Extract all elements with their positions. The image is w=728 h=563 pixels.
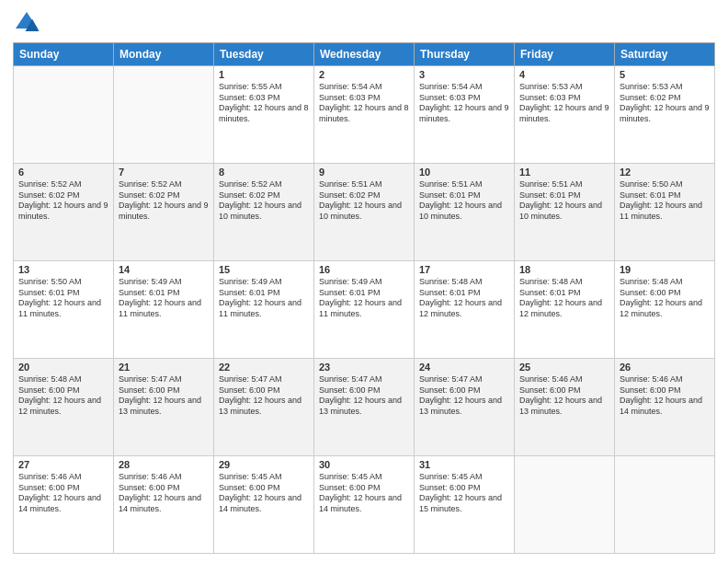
- calendar-cell: 19Sunrise: 5:48 AM Sunset: 6:00 PM Dayli…: [615, 261, 715, 359]
- day-number: 16: [319, 264, 409, 275]
- day-number: 9: [319, 167, 409, 178]
- day-number: 27: [18, 459, 108, 470]
- day-info: Sunrise: 5:45 AM Sunset: 6:00 PM Dayligh…: [219, 472, 309, 515]
- day-number: 19: [620, 264, 710, 275]
- day-number: 13: [18, 264, 108, 275]
- day-info: Sunrise: 5:47 AM Sunset: 6:00 PM Dayligh…: [219, 374, 309, 418]
- day-number: 5: [620, 69, 710, 80]
- calendar-cell: 18Sunrise: 5:48 AM Sunset: 6:01 PM Dayli…: [515, 261, 615, 359]
- day-number: 23: [319, 362, 409, 373]
- day-info: Sunrise: 5:48 AM Sunset: 6:00 PM Dayligh…: [620, 277, 710, 320]
- day-number: 18: [519, 264, 609, 275]
- calendar-cell: 21Sunrise: 5:47 AM Sunset: 6:00 PM Dayli…: [114, 359, 214, 456]
- calendar-cell: 17Sunrise: 5:48 AM Sunset: 6:01 PM Dayli…: [415, 261, 515, 359]
- calendar-cell: 28Sunrise: 5:46 AM Sunset: 6:00 PM Dayli…: [114, 456, 214, 554]
- day-info: Sunrise: 5:51 AM Sunset: 6:01 PM Dayligh…: [519, 179, 609, 223]
- calendar-cell: 30Sunrise: 5:45 AM Sunset: 6:00 PM Dayli…: [314, 456, 415, 554]
- day-info: Sunrise: 5:54 AM Sunset: 6:03 PM Dayligh…: [419, 82, 509, 125]
- day-number: 30: [319, 459, 409, 470]
- day-info: Sunrise: 5:54 AM Sunset: 6:03 PM Dayligh…: [319, 82, 409, 125]
- page-header: [13, 9, 715, 37]
- col-header-thursday: Thursday: [415, 43, 515, 66]
- day-info: Sunrise: 5:53 AM Sunset: 6:02 PM Dayligh…: [620, 82, 710, 125]
- col-header-saturday: Saturday: [615, 43, 715, 66]
- day-info: Sunrise: 5:51 AM Sunset: 6:02 PM Dayligh…: [319, 179, 409, 223]
- day-info: Sunrise: 5:46 AM Sunset: 6:00 PM Dayligh…: [620, 374, 710, 418]
- calendar-cell: 7Sunrise: 5:52 AM Sunset: 6:02 PM Daylig…: [114, 164, 214, 261]
- day-number: 15: [219, 264, 309, 275]
- calendar-table: SundayMondayTuesdayWednesdayThursdayFrid…: [13, 42, 715, 554]
- day-info: Sunrise: 5:49 AM Sunset: 6:01 PM Dayligh…: [219, 277, 309, 320]
- day-info: Sunrise: 5:50 AM Sunset: 6:01 PM Dayligh…: [620, 179, 710, 223]
- day-number: 10: [419, 167, 509, 178]
- calendar-cell: 31Sunrise: 5:45 AM Sunset: 6:00 PM Dayli…: [415, 456, 515, 554]
- col-header-monday: Monday: [114, 43, 214, 66]
- calendar-cell: 16Sunrise: 5:49 AM Sunset: 6:01 PM Dayli…: [314, 261, 415, 359]
- day-info: Sunrise: 5:48 AM Sunset: 6:00 PM Dayligh…: [18, 374, 108, 418]
- calendar-cell: [515, 456, 615, 554]
- day-number: 1: [219, 69, 309, 80]
- calendar-cell: 26Sunrise: 5:46 AM Sunset: 6:00 PM Dayli…: [615, 359, 715, 456]
- day-number: 12: [620, 167, 710, 178]
- day-number: 14: [119, 264, 209, 275]
- day-info: Sunrise: 5:46 AM Sunset: 6:00 PM Dayligh…: [519, 374, 609, 418]
- calendar-cell: 11Sunrise: 5:51 AM Sunset: 6:01 PM Dayli…: [515, 164, 615, 261]
- calendar-cell: 24Sunrise: 5:47 AM Sunset: 6:00 PM Dayli…: [415, 359, 515, 456]
- calendar-week-row: 27Sunrise: 5:46 AM Sunset: 6:00 PM Dayli…: [14, 456, 715, 554]
- calendar-cell: 14Sunrise: 5:49 AM Sunset: 6:01 PM Dayli…: [114, 261, 214, 359]
- calendar-cell: [114, 66, 214, 164]
- calendar-header-row: SundayMondayTuesdayWednesdayThursdayFrid…: [14, 43, 715, 66]
- day-info: Sunrise: 5:55 AM Sunset: 6:03 PM Dayligh…: [219, 82, 309, 125]
- day-number: 11: [519, 167, 609, 178]
- calendar-cell: 1Sunrise: 5:55 AM Sunset: 6:03 PM Daylig…: [214, 66, 314, 164]
- col-header-friday: Friday: [515, 43, 615, 66]
- col-header-wednesday: Wednesday: [314, 43, 415, 66]
- logo-icon: [13, 9, 40, 37]
- calendar-cell: 2Sunrise: 5:54 AM Sunset: 6:03 PM Daylig…: [314, 66, 415, 164]
- day-number: 26: [620, 362, 710, 373]
- calendar-cell: 13Sunrise: 5:50 AM Sunset: 6:01 PM Dayli…: [14, 261, 114, 359]
- day-number: 25: [519, 362, 609, 373]
- day-number: 31: [419, 459, 509, 470]
- calendar-cell: 22Sunrise: 5:47 AM Sunset: 6:00 PM Dayli…: [214, 359, 314, 456]
- day-info: Sunrise: 5:49 AM Sunset: 6:01 PM Dayligh…: [319, 277, 409, 320]
- calendar-cell: 29Sunrise: 5:45 AM Sunset: 6:00 PM Dayli…: [214, 456, 314, 554]
- day-info: Sunrise: 5:46 AM Sunset: 6:00 PM Dayligh…: [18, 472, 108, 515]
- day-number: 3: [419, 69, 509, 80]
- calendar-cell: 12Sunrise: 5:50 AM Sunset: 6:01 PM Dayli…: [615, 164, 715, 261]
- day-number: 6: [18, 167, 108, 178]
- day-number: 20: [18, 362, 108, 373]
- day-info: Sunrise: 5:46 AM Sunset: 6:00 PM Dayligh…: [119, 472, 209, 515]
- calendar-week-row: 13Sunrise: 5:50 AM Sunset: 6:01 PM Dayli…: [14, 261, 715, 359]
- day-info: Sunrise: 5:48 AM Sunset: 6:01 PM Dayligh…: [519, 277, 609, 320]
- calendar-week-row: 20Sunrise: 5:48 AM Sunset: 6:00 PM Dayli…: [14, 359, 715, 456]
- col-header-sunday: Sunday: [14, 43, 114, 66]
- col-header-tuesday: Tuesday: [214, 43, 314, 66]
- calendar-cell: 10Sunrise: 5:51 AM Sunset: 6:01 PM Dayli…: [415, 164, 515, 261]
- day-number: 4: [519, 69, 609, 80]
- day-info: Sunrise: 5:52 AM Sunset: 6:02 PM Dayligh…: [219, 179, 309, 223]
- day-number: 7: [119, 167, 209, 178]
- day-number: 8: [219, 167, 309, 178]
- calendar-cell: 25Sunrise: 5:46 AM Sunset: 6:00 PM Dayli…: [515, 359, 615, 456]
- day-info: Sunrise: 5:47 AM Sunset: 6:00 PM Dayligh…: [419, 374, 509, 418]
- day-info: Sunrise: 5:47 AM Sunset: 6:00 PM Dayligh…: [319, 374, 409, 418]
- day-info: Sunrise: 5:52 AM Sunset: 6:02 PM Dayligh…: [119, 179, 209, 223]
- calendar-cell: 4Sunrise: 5:53 AM Sunset: 6:03 PM Daylig…: [515, 66, 615, 164]
- calendar-cell: [14, 66, 114, 164]
- calendar-cell: 20Sunrise: 5:48 AM Sunset: 6:00 PM Dayli…: [14, 359, 114, 456]
- day-info: Sunrise: 5:45 AM Sunset: 6:00 PM Dayligh…: [419, 472, 509, 515]
- day-number: 24: [419, 362, 509, 373]
- day-info: Sunrise: 5:52 AM Sunset: 6:02 PM Dayligh…: [18, 179, 108, 223]
- calendar-cell: 6Sunrise: 5:52 AM Sunset: 6:02 PM Daylig…: [14, 164, 114, 261]
- calendar-week-row: 1Sunrise: 5:55 AM Sunset: 6:03 PM Daylig…: [14, 66, 715, 164]
- day-number: 28: [119, 459, 209, 470]
- calendar-cell: 15Sunrise: 5:49 AM Sunset: 6:01 PM Dayli…: [214, 261, 314, 359]
- calendar-cell: 8Sunrise: 5:52 AM Sunset: 6:02 PM Daylig…: [214, 164, 314, 261]
- day-info: Sunrise: 5:53 AM Sunset: 6:03 PM Dayligh…: [519, 82, 609, 125]
- day-info: Sunrise: 5:50 AM Sunset: 6:01 PM Dayligh…: [18, 277, 108, 320]
- day-number: 29: [219, 459, 309, 470]
- calendar-week-row: 6Sunrise: 5:52 AM Sunset: 6:02 PM Daylig…: [14, 164, 715, 261]
- day-number: 2: [319, 69, 409, 80]
- calendar-cell: 5Sunrise: 5:53 AM Sunset: 6:02 PM Daylig…: [615, 66, 715, 164]
